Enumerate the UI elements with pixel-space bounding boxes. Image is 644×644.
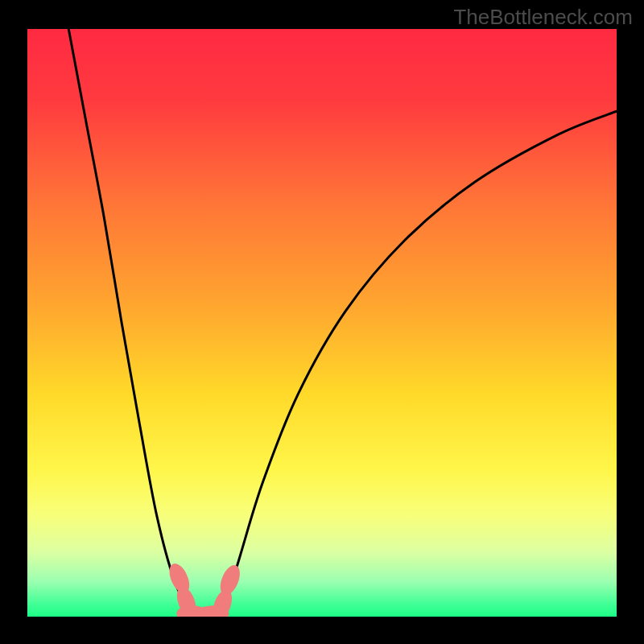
plot-area [27,29,617,617]
gradient-bg [27,29,617,617]
chart-frame: TheBottleneck.com [0,0,644,644]
watermark-text: TheBottleneck.com [453,5,633,30]
plot-svg [27,29,617,617]
